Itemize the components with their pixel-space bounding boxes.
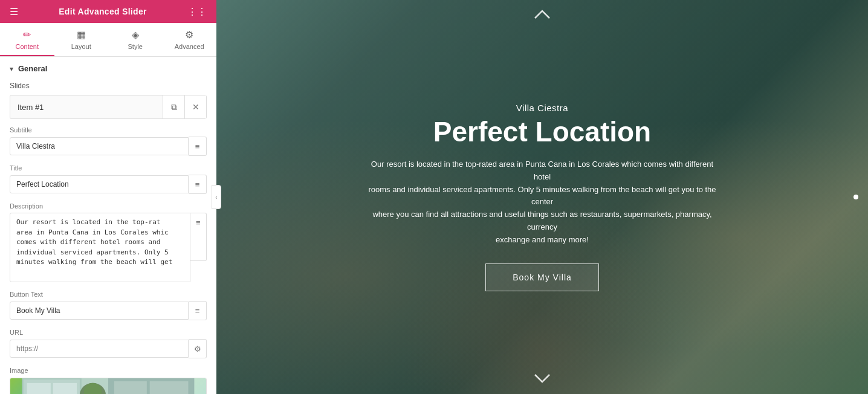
advanced-tab-icon: ⚙ <box>185 29 193 40</box>
button-text-align-button[interactable]: ≡ <box>189 301 207 320</box>
slider-nav-down[interactable] <box>534 371 551 387</box>
right-area: Villa Ciestra Perfect Location Our resor… <box>216 0 868 394</box>
subtitle-label: Subtitle <box>10 126 207 134</box>
description-textarea-wrapper: Our resort is located in the top-rat are… <box>10 213 207 282</box>
url-input-row: ⚙ <box>10 339 207 358</box>
tab-layout-label: Layout <box>71 43 91 50</box>
left-panel: ☰ Edit Advanced Slider ⋮⋮ ✏ Content ▦ La… <box>0 0 216 394</box>
grid-icon[interactable]: ⋮⋮ <box>187 6 207 18</box>
image-preview-inner <box>10 378 206 394</box>
slider-cta-button[interactable]: Book My Villa <box>485 263 599 291</box>
delete-icon: ✕ <box>192 102 199 112</box>
image-label: Image <box>10 367 207 374</box>
button-text-field: Button Text ≡ <box>10 291 207 320</box>
copy-icon: ⧉ <box>171 102 177 112</box>
description-align-button[interactable]: ≡ <box>190 213 207 261</box>
panel-tabs: ✏ Content ▦ Layout ◈ Style ⚙ Advanced <box>0 23 216 57</box>
collapse-handle[interactable]: ‹ <box>212 185 221 209</box>
tab-style[interactable]: ◈ Style <box>108 23 163 56</box>
url-field: URL ⚙ <box>10 329 207 358</box>
tab-layout[interactable]: ▦ Layout <box>54 23 109 56</box>
slider-dot-indicator <box>853 195 858 199</box>
panel-header: ☰ Edit Advanced Slider ⋮⋮ <box>0 0 216 23</box>
image-preview[interactable] <box>10 378 207 394</box>
style-tab-icon: ◈ <box>132 29 139 40</box>
subtitle-input[interactable] <box>10 137 189 155</box>
image-field: Image <box>10 367 207 394</box>
general-section-title: General <box>18 64 47 73</box>
align-icon: ≡ <box>195 180 200 189</box>
align-icon: ≡ <box>195 142 200 151</box>
slides-label: Slides <box>10 82 207 90</box>
gear-icon: ⚙ <box>194 344 201 354</box>
tab-content[interactable]: ✏ Content <box>0 23 54 56</box>
svg-rect-5 <box>53 383 77 394</box>
layout-tab-icon: ▦ <box>77 29 86 40</box>
svg-rect-4 <box>27 383 51 394</box>
tab-advanced-label: Advanced <box>175 43 204 50</box>
copy-slide-button[interactable]: ⧉ <box>163 95 184 118</box>
content-tab-icon: ✏ <box>23 29 31 40</box>
subtitle-field: Subtitle ≡ <box>10 126 207 156</box>
menu-icon[interactable]: ☰ <box>10 6 18 18</box>
title-field: Title ≡ <box>10 164 207 194</box>
svg-rect-16 <box>114 381 147 394</box>
panel-title: Edit Advanced Slider <box>59 7 147 16</box>
slider-nav-up[interactable] <box>534 7 551 23</box>
slider-background: Villa Ciestra Perfect Location Our resor… <box>216 0 868 394</box>
align-icon: ≡ <box>196 218 201 227</box>
url-gear-button[interactable]: ⚙ <box>189 339 207 358</box>
subtitle-input-row: ≡ <box>10 137 207 156</box>
slider-preview: Villa Ciestra Perfect Location Our resor… <box>216 0 868 394</box>
title-input[interactable] <box>10 175 189 193</box>
tab-style-label: Style <box>128 43 143 50</box>
description-field: Description Our resort is located in the… <box>10 202 207 282</box>
collapse-icon: ‹ <box>215 194 217 201</box>
slider-description: Our resort is located in the top-rated a… <box>367 158 717 247</box>
general-section-header[interactable]: ▾ General <box>10 64 207 73</box>
svg-rect-17 <box>150 381 189 394</box>
title-input-row: ≡ <box>10 175 207 194</box>
chevron-icon: ▾ <box>10 65 13 73</box>
title-align-button[interactable]: ≡ <box>189 175 207 194</box>
slider-subtitle: Villa Ciestra <box>367 103 717 113</box>
slide-item-label: Item #1 <box>10 97 163 118</box>
button-text-label: Button Text <box>10 291 207 298</box>
description-textarea[interactable]: Our resort is located in the top-rat are… <box>10 213 190 282</box>
preview-svg <box>10 378 206 394</box>
url-label: URL <box>10 329 207 336</box>
tab-advanced[interactable]: ⚙ Advanced <box>163 23 217 56</box>
button-text-input-row: ≡ <box>10 301 207 320</box>
align-icon: ≡ <box>195 306 200 315</box>
slider-title: Perfect Location <box>367 117 717 147</box>
slider-content: Villa Ciestra Perfect Location Our resor… <box>343 103 742 291</box>
delete-slide-button[interactable]: ✕ <box>184 95 206 118</box>
url-input[interactable] <box>10 340 189 358</box>
title-label: Title <box>10 164 207 172</box>
panel-body: ▾ General Slides Item #1 ⧉ ✕ Subtitle ≡ <box>0 57 216 394</box>
button-text-input[interactable] <box>10 302 189 320</box>
slide-item-row: Item #1 ⧉ ✕ <box>10 95 207 119</box>
subtitle-align-button[interactable]: ≡ <box>189 137 207 156</box>
tab-content-label: Content <box>15 43 39 50</box>
description-label: Description <box>10 202 207 210</box>
